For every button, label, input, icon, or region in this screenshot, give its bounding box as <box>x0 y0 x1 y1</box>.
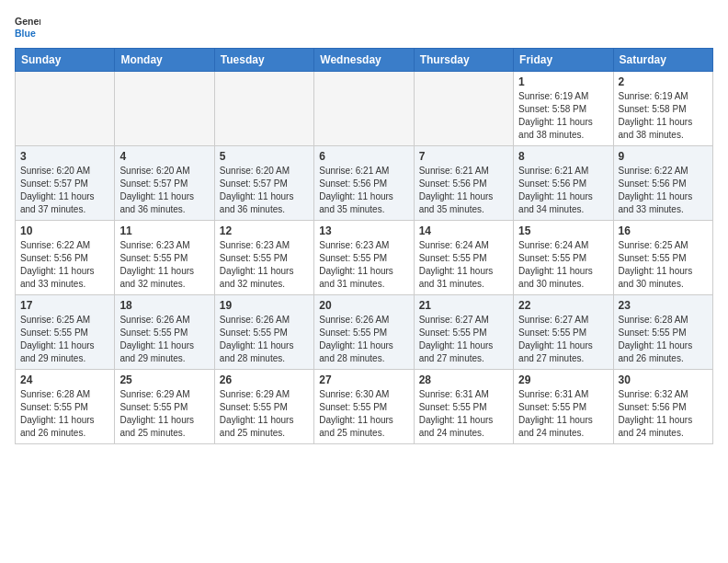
calendar-cell: 26Sunrise: 6:29 AM Sunset: 5:55 PM Dayli… <box>214 370 313 444</box>
day-info: Sunrise: 6:31 AM Sunset: 5:55 PM Dayligh… <box>419 388 508 440</box>
calendar-cell <box>16 72 115 146</box>
calendar-cell: 15Sunrise: 6:24 AM Sunset: 5:55 PM Dayli… <box>514 221 613 295</box>
day-number: 29 <box>518 373 608 386</box>
logo: GeneralBlue <box>15 15 40 40</box>
calendar-cell <box>314 72 414 146</box>
day-number: 22 <box>518 299 608 312</box>
day-number: 24 <box>20 373 109 386</box>
day-info: Sunrise: 6:20 AM Sunset: 5:57 PM Dayligh… <box>220 165 309 216</box>
weekday-header-saturday: Saturday <box>613 49 712 72</box>
day-info: Sunrise: 6:24 AM Sunset: 5:55 PM Dayligh… <box>419 239 508 291</box>
calendar-cell: 27Sunrise: 6:30 AM Sunset: 5:55 PM Dayli… <box>314 370 414 444</box>
day-info: Sunrise: 6:23 AM Sunset: 5:55 PM Dayligh… <box>220 239 309 291</box>
day-info: Sunrise: 6:30 AM Sunset: 5:55 PM Dayligh… <box>319 388 408 440</box>
calendar-cell: 25Sunrise: 6:29 AM Sunset: 5:55 PM Dayli… <box>115 370 214 444</box>
day-number: 13 <box>319 224 408 237</box>
calendar-cell: 16Sunrise: 6:25 AM Sunset: 5:55 PM Dayli… <box>613 221 712 295</box>
day-number: 7 <box>419 150 508 163</box>
day-info: Sunrise: 6:19 AM Sunset: 5:58 PM Dayligh… <box>619 90 708 142</box>
day-info: Sunrise: 6:26 AM Sunset: 5:55 PM Dayligh… <box>119 314 209 365</box>
day-info: Sunrise: 6:29 AM Sunset: 5:55 PM Dayligh… <box>220 388 309 440</box>
day-info: Sunrise: 6:19 AM Sunset: 5:58 PM Dayligh… <box>518 90 608 142</box>
day-number: 27 <box>319 373 408 386</box>
calendar-cell: 13Sunrise: 6:23 AM Sunset: 5:55 PM Dayli… <box>314 221 414 295</box>
calendar-cell: 6Sunrise: 6:21 AM Sunset: 5:56 PM Daylig… <box>314 146 414 221</box>
page-header: GeneralBlue <box>15 15 713 40</box>
day-number: 1 <box>518 75 608 88</box>
calendar-cell: 12Sunrise: 6:23 AM Sunset: 5:55 PM Dayli… <box>214 221 313 295</box>
day-number: 10 <box>20 224 109 237</box>
day-number: 11 <box>119 224 209 237</box>
calendar-cell: 7Sunrise: 6:21 AM Sunset: 5:56 PM Daylig… <box>414 146 513 221</box>
day-number: 5 <box>220 150 309 163</box>
calendar-cell: 10Sunrise: 6:22 AM Sunset: 5:56 PM Dayli… <box>16 221 115 295</box>
day-info: Sunrise: 6:27 AM Sunset: 5:55 PM Dayligh… <box>518 314 608 365</box>
day-number: 3 <box>20 150 109 163</box>
svg-text:General: General <box>15 16 40 27</box>
weekday-header-thursday: Thursday <box>414 49 513 72</box>
calendar-week-1: 1Sunrise: 6:19 AM Sunset: 5:58 PM Daylig… <box>16 72 713 146</box>
calendar-cell: 8Sunrise: 6:21 AM Sunset: 5:56 PM Daylig… <box>514 146 613 221</box>
calendar-cell: 5Sunrise: 6:20 AM Sunset: 5:57 PM Daylig… <box>214 146 313 221</box>
svg-text:Blue: Blue <box>15 28 36 39</box>
calendar-cell: 19Sunrise: 6:26 AM Sunset: 5:55 PM Dayli… <box>214 295 313 370</box>
day-info: Sunrise: 6:27 AM Sunset: 5:55 PM Dayligh… <box>419 314 508 365</box>
calendar-cell: 20Sunrise: 6:26 AM Sunset: 5:55 PM Dayli… <box>314 295 414 370</box>
day-info: Sunrise: 6:23 AM Sunset: 5:55 PM Dayligh… <box>119 239 209 291</box>
calendar-cell: 30Sunrise: 6:32 AM Sunset: 5:56 PM Dayli… <box>613 370 712 444</box>
calendar-cell <box>414 72 513 146</box>
day-number: 18 <box>119 299 209 312</box>
day-info: Sunrise: 6:26 AM Sunset: 5:55 PM Dayligh… <box>220 314 309 365</box>
calendar-week-5: 24Sunrise: 6:28 AM Sunset: 5:55 PM Dayli… <box>16 370 713 444</box>
weekday-header-tuesday: Tuesday <box>214 49 313 72</box>
calendar-cell <box>115 72 214 146</box>
day-number: 25 <box>119 373 209 386</box>
day-number: 15 <box>518 224 608 237</box>
calendar-cell: 3Sunrise: 6:20 AM Sunset: 5:57 PM Daylig… <box>16 146 115 221</box>
day-number: 8 <box>518 150 608 163</box>
day-number: 20 <box>319 299 408 312</box>
day-info: Sunrise: 6:29 AM Sunset: 5:55 PM Dayligh… <box>119 388 209 440</box>
calendar-cell: 1Sunrise: 6:19 AM Sunset: 5:58 PM Daylig… <box>514 72 613 146</box>
weekday-header-monday: Monday <box>115 49 214 72</box>
day-number: 23 <box>619 299 708 312</box>
day-number: 14 <box>419 224 508 237</box>
calendar-cell: 29Sunrise: 6:31 AM Sunset: 5:55 PM Dayli… <box>514 370 613 444</box>
day-number: 9 <box>619 150 708 163</box>
day-info: Sunrise: 6:28 AM Sunset: 5:55 PM Dayligh… <box>619 314 708 365</box>
day-info: Sunrise: 6:21 AM Sunset: 5:56 PM Dayligh… <box>319 165 408 216</box>
calendar-cell: 28Sunrise: 6:31 AM Sunset: 5:55 PM Dayli… <box>414 370 513 444</box>
day-number: 2 <box>619 75 708 88</box>
day-number: 21 <box>419 299 508 312</box>
day-info: Sunrise: 6:28 AM Sunset: 5:55 PM Dayligh… <box>20 388 109 440</box>
day-number: 30 <box>619 373 708 386</box>
weekday-header-sunday: Sunday <box>16 49 115 72</box>
calendar-cell: 24Sunrise: 6:28 AM Sunset: 5:55 PM Dayli… <box>16 370 115 444</box>
calendar-cell: 17Sunrise: 6:25 AM Sunset: 5:55 PM Dayli… <box>16 295 115 370</box>
calendar-week-2: 3Sunrise: 6:20 AM Sunset: 5:57 PM Daylig… <box>16 146 713 221</box>
calendar-cell: 23Sunrise: 6:28 AM Sunset: 5:55 PM Dayli… <box>613 295 712 370</box>
day-info: Sunrise: 6:24 AM Sunset: 5:55 PM Dayligh… <box>518 239 608 291</box>
calendar-cell: 18Sunrise: 6:26 AM Sunset: 5:55 PM Dayli… <box>115 295 214 370</box>
day-info: Sunrise: 6:22 AM Sunset: 5:56 PM Dayligh… <box>619 165 708 216</box>
calendar-week-4: 17Sunrise: 6:25 AM Sunset: 5:55 PM Dayli… <box>16 295 713 370</box>
day-number: 16 <box>619 224 708 237</box>
day-info: Sunrise: 6:31 AM Sunset: 5:55 PM Dayligh… <box>518 388 608 440</box>
weekday-header-wednesday: Wednesday <box>314 49 414 72</box>
day-info: Sunrise: 6:26 AM Sunset: 5:55 PM Dayligh… <box>319 314 408 365</box>
day-number: 19 <box>220 299 309 312</box>
day-info: Sunrise: 6:32 AM Sunset: 5:56 PM Dayligh… <box>619 388 708 440</box>
calendar-cell: 22Sunrise: 6:27 AM Sunset: 5:55 PM Dayli… <box>514 295 613 370</box>
day-number: 17 <box>20 299 109 312</box>
calendar-week-3: 10Sunrise: 6:22 AM Sunset: 5:56 PM Dayli… <box>16 221 713 295</box>
day-number: 28 <box>419 373 508 386</box>
day-number: 26 <box>220 373 309 386</box>
day-info: Sunrise: 6:21 AM Sunset: 5:56 PM Dayligh… <box>518 165 608 216</box>
day-info: Sunrise: 6:20 AM Sunset: 5:57 PM Dayligh… <box>119 165 209 216</box>
calendar-cell: 11Sunrise: 6:23 AM Sunset: 5:55 PM Dayli… <box>115 221 214 295</box>
calendar-cell: 14Sunrise: 6:24 AM Sunset: 5:55 PM Dayli… <box>414 221 513 295</box>
day-info: Sunrise: 6:20 AM Sunset: 5:57 PM Dayligh… <box>20 165 109 216</box>
day-info: Sunrise: 6:22 AM Sunset: 5:56 PM Dayligh… <box>20 239 109 291</box>
calendar-cell: 4Sunrise: 6:20 AM Sunset: 5:57 PM Daylig… <box>115 146 214 221</box>
day-number: 4 <box>119 150 209 163</box>
